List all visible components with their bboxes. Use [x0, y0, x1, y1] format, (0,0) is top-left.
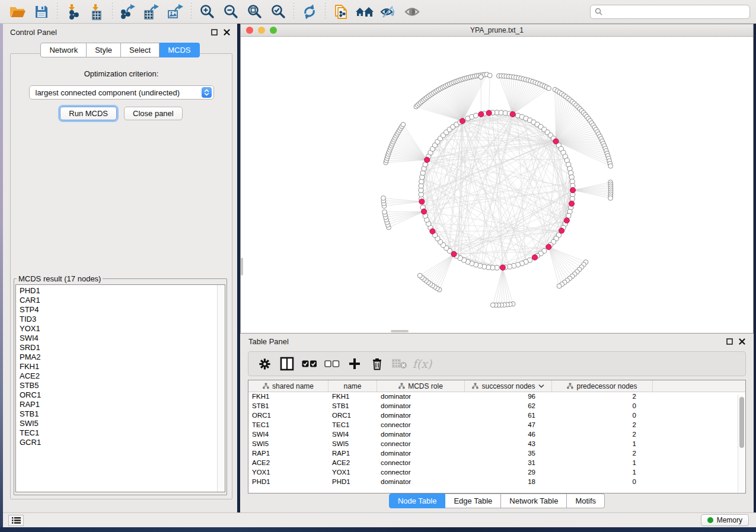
network-vertical-scrollbar[interactable]	[241, 258, 243, 275]
mcds-result-item[interactable]: STB5	[16, 381, 216, 390]
mcds-result-item[interactable]: STB1	[16, 409, 216, 419]
import-network-icon[interactable]	[61, 2, 85, 21]
mcds-result-item[interactable]: ACE2	[16, 371, 216, 381]
table-row[interactable]: TEC1TEC1connector472	[248, 421, 745, 430]
column-header-MCDS-role[interactable]: MCDS role	[377, 380, 465, 392]
tab-network-table[interactable]: Network Table	[501, 493, 567, 508]
mcds-result-item[interactable]: SRD1	[16, 343, 216, 352]
float-table-panel-icon[interactable]	[726, 338, 733, 345]
window-close-button[interactable]	[246, 27, 253, 34]
import-table-icon[interactable]	[85, 2, 109, 21]
table-row[interactable]: STB1STB1dominator620	[248, 402, 745, 411]
window-minimize-button[interactable]	[258, 27, 265, 34]
tab-motifs[interactable]: Motifs	[567, 493, 605, 508]
window-zoom-button[interactable]	[270, 27, 277, 34]
close-panel-button[interactable]: Close panel	[124, 107, 183, 120]
mcds-result-item[interactable]: RAP1	[16, 400, 216, 409]
mcds-hub-node[interactable]	[479, 111, 484, 117]
mcds-result-list[interactable]: PHD1CAR1STP4TID3YOX1SWI4SRD1PMA2FKH1ACE2…	[15, 284, 225, 492]
mcds-hub-node[interactable]	[510, 111, 515, 117]
table-row[interactable]: SWI4SWI4dominator462	[248, 430, 745, 440]
mcds-hub-node[interactable]	[421, 209, 426, 214]
memory-button[interactable]: Memory	[701, 514, 749, 526]
column-header-predecessor-nodes[interactable]: predecessor nodes	[552, 380, 653, 392]
mcds-hub-node[interactable]	[532, 255, 537, 260]
table-scrollbar[interactable]	[738, 395, 745, 492]
export-network-icon[interactable]	[116, 2, 140, 21]
task-history-button[interactable]	[8, 515, 24, 526]
export-table-icon[interactable]	[140, 2, 164, 21]
mcds-list-scrollbar[interactable]	[217, 285, 225, 492]
table-settings-icon[interactable]	[253, 354, 276, 374]
mcds-result-item[interactable]: TEC1	[16, 428, 216, 438]
network-window-titlebar[interactable]: YPA_prune.txt_1	[241, 24, 753, 37]
show-graphics-icon[interactable]	[400, 2, 424, 21]
mcds-hub-node[interactable]	[430, 229, 435, 234]
tab-node-table[interactable]: Node Table	[389, 493, 446, 508]
table-row[interactable]: ORC1ORC1dominator610	[248, 411, 745, 421]
mcds-result-item[interactable]: TID3	[16, 315, 216, 324]
mcds-result-item[interactable]: GCR1	[16, 438, 216, 447]
mcds-hub-node[interactable]	[559, 228, 564, 233]
delete-column-icon[interactable]	[366, 354, 388, 374]
mcds-result-item[interactable]: ORC1	[16, 390, 216, 400]
float-panel-icon[interactable]	[211, 29, 218, 36]
save-session-icon[interactable]	[30, 2, 53, 21]
add-column-icon[interactable]	[343, 354, 366, 374]
mcds-hub-node[interactable]	[570, 187, 575, 193]
mcds-result-item[interactable]: FKH1	[16, 362, 216, 371]
tab-edge-table[interactable]: Edge Table	[445, 493, 501, 508]
tab-style[interactable]: Style	[87, 43, 121, 57]
close-panel-icon[interactable]	[224, 29, 230, 36]
table-row[interactable]: PHD1PHD1dominator180	[248, 477, 745, 487]
mcds-result-item[interactable]: STP4	[16, 305, 216, 315]
mcds-hub-node[interactable]	[500, 265, 505, 270]
home-networks-icon[interactable]	[353, 2, 377, 21]
mcds-hub-node[interactable]	[569, 201, 574, 206]
refresh-icon[interactable]	[298, 2, 321, 21]
select-all-icon[interactable]	[298, 354, 321, 374]
table-row[interactable]: FKH1FKH1dominator962	[248, 392, 745, 402]
close-table-panel-icon[interactable]	[739, 338, 745, 345]
tab-network[interactable]: Network	[40, 43, 87, 57]
deselect-all-icon[interactable]	[321, 354, 343, 374]
mcds-result-item[interactable]: SWI5	[16, 419, 216, 428]
mcds-hub-node[interactable]	[460, 118, 465, 124]
search-input[interactable]	[605, 8, 745, 16]
mcds-hub-node[interactable]	[564, 218, 569, 223]
column-header-name[interactable]: name	[328, 380, 377, 392]
table-row[interactable]: ACE2ACE2connector311	[248, 459, 745, 468]
table-row[interactable]: YOX1YOX1connector291	[248, 468, 745, 477]
mcds-hub-node[interactable]	[553, 139, 559, 144]
table-row[interactable]: RAP1RAP1dominator352	[248, 449, 745, 459]
mcds-result-item[interactable]: CAR1	[16, 296, 216, 305]
zoom-fit-icon[interactable]	[243, 2, 266, 21]
zoom-out-icon[interactable]	[219, 2, 243, 21]
mcds-result-item[interactable]: YOX1	[16, 324, 216, 334]
mcds-hub-node[interactable]	[486, 110, 492, 116]
mcds-hub-node[interactable]	[546, 244, 551, 249]
network-horizontal-scrollbar[interactable]	[391, 330, 409, 332]
column-header-successor-nodes[interactable]: successor nodes	[465, 380, 552, 392]
export-image-icon[interactable]	[164, 2, 187, 21]
network-canvas[interactable]	[241, 37, 753, 333]
criterion-dropdown[interactable]: largest connected component (undirected)	[29, 85, 214, 100]
toggle-columns-icon[interactable]	[276, 354, 298, 374]
column-header-shared-name[interactable]: shared name	[248, 380, 328, 392]
table-row[interactable]: SWI5SWI5connector431	[248, 440, 745, 449]
open-session-icon[interactable]	[6, 2, 30, 21]
zoom-selected-icon[interactable]	[266, 2, 290, 21]
mcds-hub-node[interactable]	[451, 251, 457, 257]
mcds-hub-node[interactable]	[419, 199, 425, 204]
mcds-result-item[interactable]: SWI4	[16, 334, 216, 343]
mcds-hub-node[interactable]	[425, 157, 430, 162]
tab-mcds[interactable]: MCDS	[160, 43, 199, 57]
table-scrollbar-thumb[interactable]	[739, 397, 744, 448]
search-box[interactable]	[590, 5, 750, 19]
hide-style-icon[interactable]	[377, 2, 400, 21]
tab-select[interactable]: Select	[121, 43, 160, 57]
mcds-result-item[interactable]: PHD1	[16, 286, 216, 296]
mcds-result-item[interactable]: PMA2	[16, 352, 216, 362]
run-mcds-button[interactable]: Run MCDS	[60, 107, 117, 120]
clone-network-icon[interactable]	[329, 2, 353, 21]
